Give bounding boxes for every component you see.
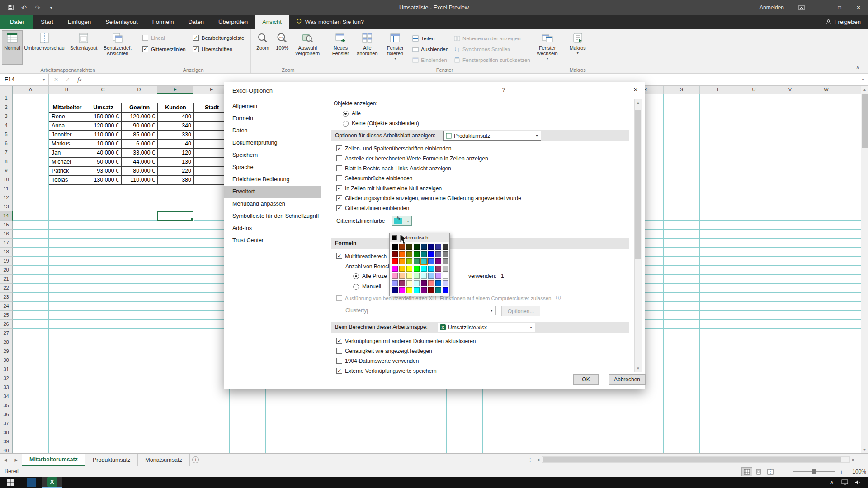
row-header-17[interactable]: 17 <box>0 239 13 248</box>
color-swatch-00ccff[interactable] <box>428 266 434 272</box>
zoom-out-icon[interactable]: − <box>783 469 789 475</box>
customize-quick-access-icon[interactable]: ▾ <box>45 2 57 13</box>
cell-D9[interactable]: 80.000 € <box>122 167 158 176</box>
cell-B5[interactable]: Jennifer <box>49 131 85 140</box>
new-sheet-button[interactable]: + <box>190 454 202 466</box>
checkbox-anstelle-der-berechneten-werte-formeln-in-zellen-anzeigen[interactable]: Anstelle der berechneten Werte Formeln i… <box>336 155 521 161</box>
color-swatch-cc99ff[interactable] <box>435 273 441 279</box>
horizontal-scroll-track[interactable] <box>542 456 850 463</box>
checkbox-externe-verknuepfungswerte-speichern[interactable]: ✓Externe Verknüpfungswerte speichern <box>336 368 476 374</box>
color-swatch-ffff00[interactable] <box>406 266 412 272</box>
color-swatch-ffff99[interactable] <box>406 273 412 279</box>
cancel-button[interactable]: Abbrechen <box>609 374 646 385</box>
speaker-icon[interactable] <box>851 477 863 488</box>
teilen-button[interactable]: Teilen <box>412 34 448 43</box>
row-header-23[interactable]: 23 <box>0 293 13 302</box>
color-swatch-0000ff[interactable] <box>428 251 434 257</box>
row-header-29[interactable]: 29 <box>0 347 13 356</box>
row-header-30[interactable]: 30 <box>0 356 13 365</box>
row-header-40[interactable]: 40 <box>0 446 13 453</box>
collapse-ribbon-icon[interactable]: ∧ <box>853 63 863 71</box>
cell-C3[interactable]: 150.000 € <box>85 113 122 122</box>
zoom-slider[interactable] <box>793 471 835 472</box>
taskbar-pinned-app-icon[interactable] <box>21 477 42 488</box>
ribbon-tab-seitenlayout[interactable]: Seitenlayout <box>98 15 145 29</box>
color-swatch-808080[interactable] <box>443 251 448 257</box>
sidebar-item-erweitert[interactable]: Erweitert <box>224 186 321 198</box>
row-header-16[interactable]: 16 <box>0 230 13 239</box>
ribbon-tab-formeln[interactable]: Formeln <box>145 15 181 29</box>
cell-B9[interactable]: Patrick <box>49 167 85 176</box>
color-swatch-993300[interactable] <box>399 244 405 250</box>
color-swatch-808000[interactable] <box>406 251 412 257</box>
cell-B4[interactable]: Anna <box>49 122 85 131</box>
cell-E10[interactable]: 380 <box>158 176 194 185</box>
sign-in-link[interactable]: Anmelden <box>751 5 792 11</box>
color-swatch-ff99cc[interactable] <box>392 273 398 279</box>
color-swatch-008000[interactable] <box>414 251 420 257</box>
name-box-dropdown-icon[interactable]: ▾ <box>39 74 48 85</box>
cell-E8[interactable]: 130 <box>158 158 194 167</box>
row-header-22[interactable]: 22 <box>0 284 13 293</box>
color-swatch-ccffcc[interactable] <box>414 273 420 279</box>
row-header-7[interactable]: 7 <box>0 148 13 157</box>
sidebar-item-dokumentpruefung[interactable]: Dokumentprüfung <box>224 137 321 149</box>
row-header-8[interactable]: 8 <box>0 157 13 166</box>
column-header-a[interactable]: A <box>13 86 49 94</box>
row-header-5[interactable]: 5 <box>0 130 13 139</box>
sidebar-item-erleichterte-bedienung[interactable]: Erleichterte Bedienung <box>224 174 321 186</box>
cell-D8[interactable]: 44.000 € <box>122 158 158 167</box>
color-swatch-333300[interactable] <box>406 244 412 250</box>
checkbox-zeilen-und-spaltenueberschriften-einblenden[interactable]: ✓Zeilen- und Spaltenüberschriften einble… <box>336 145 521 151</box>
color-swatch-0066cc[interactable] <box>435 280 441 286</box>
color-swatch-99ccff[interactable] <box>428 273 434 279</box>
color-swatch-3366ff[interactable] <box>428 258 434 264</box>
cell-B3[interactable]: Rene <box>49 113 85 122</box>
confirm-entry-icon[interactable]: ✓ <box>62 74 73 85</box>
close-icon[interactable]: ✕ <box>849 0 868 15</box>
row-header-12[interactable]: 12 <box>0 193 13 202</box>
neues-fenster-button[interactable]: Neues Fenster <box>327 30 354 65</box>
color-automatic-option[interactable]: Automatisch <box>390 233 449 242</box>
row-header-15[interactable]: 15 <box>0 221 13 230</box>
cell-C7[interactable]: 40.000 € <box>85 149 122 158</box>
color-swatch-993366[interactable] <box>399 280 405 286</box>
page-break-preview-icon[interactable] <box>765 467 776 476</box>
column-header-c[interactable]: C <box>85 86 121 94</box>
cell-D10[interactable]: 110.000 € <box>122 176 158 185</box>
column-header-d[interactable]: D <box>121 86 157 94</box>
row-header-31[interactable]: 31 <box>0 365 13 374</box>
ribbon-tab-ueberpruefen[interactable]: Überprüfen <box>211 15 255 29</box>
column-header-b[interactable]: B <box>49 86 85 94</box>
row-header-35[interactable]: 35 <box>0 401 13 410</box>
taskbar-excel-icon[interactable]: X <box>42 477 62 488</box>
row-header-28[interactable]: 28 <box>0 338 13 347</box>
color-swatch-ccccff[interactable] <box>443 280 448 286</box>
cell-D2[interactable]: Gewinn <box>122 103 158 113</box>
page-layout-view-icon[interactable] <box>753 467 764 476</box>
color-swatch-ff6600[interactable] <box>399 251 405 257</box>
color-swatch-339966[interactable] <box>414 258 420 264</box>
column-header-t[interactable]: T <box>700 86 736 94</box>
tray-expand-icon[interactable]: ∧ <box>826 477 838 488</box>
column-header-x[interactable]: X <box>844 86 861 94</box>
cell-D5[interactable]: 85.000 € <box>122 131 158 140</box>
row-header-25[interactable]: 25 <box>0 311 13 320</box>
row-header-39[interactable]: 39 <box>0 437 13 446</box>
checkbox-1904-datumswerte-verwenden[interactable]: 1904-Datumswerte verwenden <box>336 358 476 364</box>
row-header-4[interactable]: 4 <box>0 121 13 130</box>
minimize-icon[interactable]: ─ <box>811 0 830 15</box>
dialog-help-icon[interactable]: ? <box>499 86 508 93</box>
cell-E4[interactable]: 340 <box>158 122 194 131</box>
checkbox-multithread[interactable]: ✓ Multithreadberech <box>336 253 387 259</box>
sidebar-item-trust-center[interactable]: Trust Center <box>224 235 321 247</box>
radio-objects-all[interactable]: Alle <box>343 110 361 117</box>
worksheet-select-dropdown[interactable]: Produktumsatz ▾ <box>443 131 541 141</box>
row-header-24[interactable]: 24 <box>0 302 13 311</box>
color-swatch-800000[interactable] <box>428 287 434 293</box>
checkbox-gliederungssymbole-anzeigen-wenn-eine-gliederung-angewendet-wurde[interactable]: ✓Gliederungssymbole anzeigen, wenn eine … <box>336 195 521 201</box>
checkbox-gitternetzlinien[interactable]: ✓Gitternetzlinien <box>142 46 186 52</box>
normal-view-icon[interactable] <box>741 467 752 476</box>
vertical-scroll-thumb[interactable] <box>862 94 868 148</box>
color-swatch-00ffff[interactable] <box>421 266 427 272</box>
